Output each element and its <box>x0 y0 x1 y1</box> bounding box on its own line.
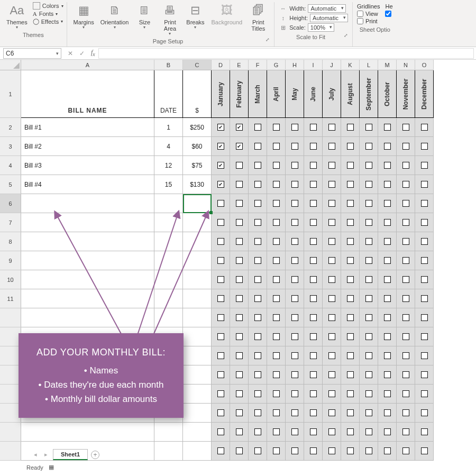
cell-month-checkbox[interactable] <box>378 308 397 327</box>
cell-month-checkbox[interactable] <box>341 308 360 327</box>
row-header-16[interactable] <box>0 385 21 404</box>
header-bill-name[interactable]: BILL NAME <box>21 70 154 118</box>
row-header-13[interactable] <box>0 327 21 346</box>
cell-month-checkbox[interactable] <box>378 385 397 404</box>
cell-month-checkbox[interactable] <box>378 270 397 289</box>
cell-month-checkbox[interactable] <box>304 175 323 194</box>
cell-month-checkbox[interactable] <box>397 175 415 194</box>
header-month-nov[interactable]: November <box>397 70 415 118</box>
cell-month-checkbox[interactable] <box>360 404 378 423</box>
cell-month-checkbox[interactable] <box>304 346 323 365</box>
cell-month-checkbox[interactable] <box>415 423 434 442</box>
cell-month-checkbox[interactable] <box>341 118 360 137</box>
cell-month-checkbox[interactable] <box>415 175 434 194</box>
cell-month-checkbox[interactable] <box>415 442 434 461</box>
cell-month-checkbox[interactable] <box>323 423 341 442</box>
cell-empty[interactable] <box>183 423 212 442</box>
row-header-19[interactable] <box>0 442 21 461</box>
cell-month-checkbox[interactable] <box>212 289 230 308</box>
cell-month-checkbox[interactable] <box>415 156 434 175</box>
cell-month-checkbox[interactable] <box>341 175 360 194</box>
col-header-H[interactable]: H <box>286 60 304 70</box>
col-header-G[interactable]: G <box>267 60 286 70</box>
cell-month-checkbox[interactable] <box>360 213 378 232</box>
cell-month-checkbox[interactable] <box>341 346 360 365</box>
cell-month-checkbox[interactable] <box>415 251 434 270</box>
cell-month-checkbox[interactable] <box>397 232 415 251</box>
cell-month-checkbox[interactable] <box>304 385 323 404</box>
cell-month-checkbox[interactable] <box>360 346 378 365</box>
cell-month-checkbox[interactable] <box>415 308 434 327</box>
cell-empty[interactable] <box>183 251 212 270</box>
cell-month-checkbox[interactable] <box>323 232 341 251</box>
breaks-button[interactable]: ⊟ Breaks ▾ <box>182 2 208 31</box>
cell-month-checkbox[interactable] <box>304 423 323 442</box>
cell-month-checkbox[interactable] <box>341 213 360 232</box>
cell-month-checkbox[interactable] <box>323 194 341 213</box>
cell-month-checkbox[interactable] <box>341 385 360 404</box>
print-area-button[interactable]: 🖶 Print Area ▾ <box>157 2 182 37</box>
header-month-jun[interactable]: June <box>304 70 323 118</box>
margins-button[interactable]: ▦ Margins ▾ <box>70 2 97 31</box>
cell-empty[interactable] <box>21 270 154 289</box>
cell-month-checkbox[interactable] <box>286 404 304 423</box>
cell-month-checkbox[interactable] <box>286 156 304 175</box>
cell-empty[interactable] <box>183 270 212 289</box>
cell-month-checkbox[interactable] <box>304 118 323 137</box>
cell-month-checkbox[interactable] <box>212 404 230 423</box>
cell-month-checkbox[interactable] <box>360 385 378 404</box>
header-month-sep[interactable]: September <box>360 70 378 118</box>
cell-month-checkbox[interactable] <box>230 404 249 423</box>
cell-month-checkbox[interactable] <box>397 327 415 346</box>
cell-month-checkbox[interactable] <box>267 404 286 423</box>
cell-month-checkbox[interactable] <box>341 365 360 385</box>
cell-month-checkbox[interactable] <box>212 270 230 289</box>
cell-month-checkbox[interactable] <box>286 308 304 327</box>
cell-empty[interactable] <box>154 232 183 251</box>
cell-month-checkbox[interactable] <box>249 270 267 289</box>
cell-month-checkbox[interactable] <box>267 118 286 137</box>
cell-month-checkbox[interactable] <box>341 137 360 156</box>
header-month-jul[interactable]: July <box>323 70 341 118</box>
cell-month-checkbox[interactable] <box>212 137 230 156</box>
cell-month-checkbox[interactable] <box>304 404 323 423</box>
cell-month-checkbox[interactable] <box>230 308 249 327</box>
cell-month-checkbox[interactable] <box>341 442 360 461</box>
cell-month-checkbox[interactable] <box>230 137 249 156</box>
cell-month-checkbox[interactable] <box>267 156 286 175</box>
cell-date[interactable]: 1 <box>154 118 183 137</box>
select-all-corner[interactable] <box>0 60 21 70</box>
cell-month-checkbox[interactable] <box>286 327 304 346</box>
cell-month-checkbox[interactable] <box>286 137 304 156</box>
cell-date[interactable]: 4 <box>154 137 183 156</box>
cell-empty[interactable] <box>154 289 183 308</box>
cell-month-checkbox[interactable] <box>415 194 434 213</box>
fx-icon[interactable]: fx <box>88 49 98 57</box>
cell-month-checkbox[interactable] <box>267 194 286 213</box>
header-month-mar[interactable]: March <box>249 70 267 118</box>
cell-bill-name[interactable]: Bill #4 <box>21 175 154 194</box>
cell-month-checkbox[interactable] <box>360 327 378 346</box>
cell-month-checkbox[interactable] <box>397 289 415 308</box>
cell-month-checkbox[interactable] <box>378 156 397 175</box>
row-header-1[interactable]: 1 <box>0 70 21 118</box>
cell-month-checkbox[interactable] <box>323 346 341 365</box>
row-header-10[interactable]: 10 <box>0 270 21 289</box>
cell-month-checkbox[interactable] <box>397 270 415 289</box>
cell-month-checkbox[interactable] <box>378 251 397 270</box>
cell-month-checkbox[interactable] <box>249 442 267 461</box>
print-titles-button[interactable]: 🗐 Print Titles <box>245 2 271 33</box>
cell-month-checkbox[interactable] <box>230 156 249 175</box>
cell-month-checkbox[interactable] <box>397 385 415 404</box>
cell-month-checkbox[interactable] <box>230 194 249 213</box>
cell-month-checkbox[interactable] <box>230 270 249 289</box>
formula-input[interactable] <box>98 48 474 59</box>
cancel-icon[interactable]: ✕ <box>65 50 76 57</box>
cell-month-checkbox[interactable] <box>323 289 341 308</box>
cell-month-checkbox[interactable] <box>341 194 360 213</box>
cell-month-checkbox[interactable] <box>360 156 378 175</box>
cell-empty[interactable] <box>183 346 212 365</box>
cell-empty[interactable] <box>183 232 212 251</box>
cell-amount[interactable]: $75 <box>183 156 212 175</box>
cell-month-checkbox[interactable] <box>249 232 267 251</box>
